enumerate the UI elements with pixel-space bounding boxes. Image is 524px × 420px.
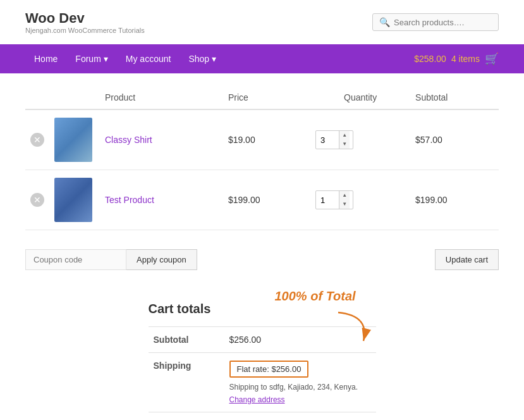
product-price: $19.00 xyxy=(223,109,310,170)
classy-shirt-image xyxy=(54,118,92,162)
header: Woo Dev Njengah.com WooCommerce Tutorial… xyxy=(0,0,524,44)
main-content: Product Price Quantity Subtotal ✕ Classy… xyxy=(0,73,524,420)
qty-field[interactable]: 1 xyxy=(316,193,339,207)
qty-field[interactable]: 3 xyxy=(316,133,339,147)
col-subtotal: Subtotal xyxy=(410,86,499,109)
nav-item-home[interactable]: Home xyxy=(25,44,66,73)
coupon-row: Apply coupon Update cart xyxy=(25,243,499,276)
col-product: Product xyxy=(100,86,223,109)
remove-item-button[interactable]: ✕ xyxy=(30,193,44,207)
qty-up-arrow[interactable]: ▲ xyxy=(339,191,350,200)
subtotal-label: Subtotal xyxy=(149,327,224,353)
quantity-input[interactable]: 1 ▲ ▼ xyxy=(315,190,353,209)
cart-summary[interactable]: $258.00 4 items 🛒 xyxy=(414,52,499,66)
product-subtotal: $199.00 xyxy=(410,170,499,230)
cart-totals-wrapper: 100% of Total Cart totals Subtotal $256.… xyxy=(149,295,376,420)
col-price: Price xyxy=(223,86,310,109)
shipping-address: Shipping to sdfg, Kajiado, 234, Kenya. xyxy=(229,383,371,392)
shipping-cell: Flat rate: $256.00 Shipping to sdfg, Kaj… xyxy=(224,353,376,412)
search-bar[interactable]: 🔍 xyxy=(372,13,499,31)
total-label: Total xyxy=(149,412,224,421)
search-input[interactable] xyxy=(394,18,492,27)
cart-icon: 🛒 xyxy=(485,52,499,66)
site-subtitle: Njengah.com WooCommerce Tutorials xyxy=(25,27,145,34)
chevron-down-icon: ▾ xyxy=(104,54,108,64)
table-row: ✕ Classy Shirt $19.00 3 ▲ ▼ xyxy=(25,109,499,170)
cart-totals-section: 100% of Total Cart totals Subtotal $256.… xyxy=(25,295,499,420)
quantity-input[interactable]: 3 ▲ ▼ xyxy=(315,130,353,149)
product-image xyxy=(54,118,92,162)
nav-item-forum[interactable]: Forum ▾ xyxy=(66,44,116,73)
shipping-label: Shipping xyxy=(149,353,224,412)
navigation: Home Forum ▾ My account Shop ▾ $258.00 4… xyxy=(0,44,524,73)
qty-down-arrow[interactable]: ▼ xyxy=(339,140,350,149)
qty-down-arrow[interactable]: ▼ xyxy=(339,200,350,209)
update-cart-button[interactable]: Update cart xyxy=(435,249,499,270)
product-link[interactable]: Classy Shirt xyxy=(105,135,152,145)
site-title: Woo Dev xyxy=(25,10,145,27)
annotation-label: 100% of Total xyxy=(275,289,356,304)
coupon-section: Apply coupon xyxy=(25,249,197,270)
change-address-link[interactable]: Change address xyxy=(229,395,371,404)
coupon-input[interactable] xyxy=(25,249,126,270)
cart-total: $258.00 xyxy=(414,54,446,64)
apply-coupon-button[interactable]: Apply coupon xyxy=(126,249,197,270)
product-link[interactable]: Test Product xyxy=(105,195,154,205)
totals-total-row: Total $512.00 xyxy=(149,412,376,421)
shipping-rate-box: Flat rate: $256.00 xyxy=(229,361,309,378)
qty-up-arrow[interactable]: ▲ xyxy=(339,131,350,140)
chevron-down-icon: ▾ xyxy=(212,54,216,64)
col-quantity: Quantity xyxy=(310,86,410,109)
remove-item-button[interactable]: ✕ xyxy=(30,133,44,147)
cart-items-count: 4 items xyxy=(451,54,480,64)
product-image xyxy=(54,178,92,222)
search-icon: 🔍 xyxy=(379,17,390,27)
product-subtotal: $57.00 xyxy=(410,109,499,170)
total-value: $512.00 xyxy=(224,412,376,421)
nav-item-myaccount[interactable]: My account xyxy=(117,44,180,73)
test-product-image xyxy=(54,178,92,222)
totals-shipping-row: Shipping Flat rate: $256.00 Shipping to … xyxy=(149,353,376,412)
table-row: ✕ Test Product $199.00 1 ▲ ▼ xyxy=(25,170,499,230)
annotation-arrow xyxy=(332,309,382,347)
cart-table: Product Price Quantity Subtotal ✕ Classy… xyxy=(25,86,499,230)
product-price: $199.00 xyxy=(223,170,310,230)
nav-item-shop[interactable]: Shop ▾ xyxy=(180,44,225,73)
site-branding: Woo Dev Njengah.com WooCommerce Tutorial… xyxy=(25,10,145,34)
